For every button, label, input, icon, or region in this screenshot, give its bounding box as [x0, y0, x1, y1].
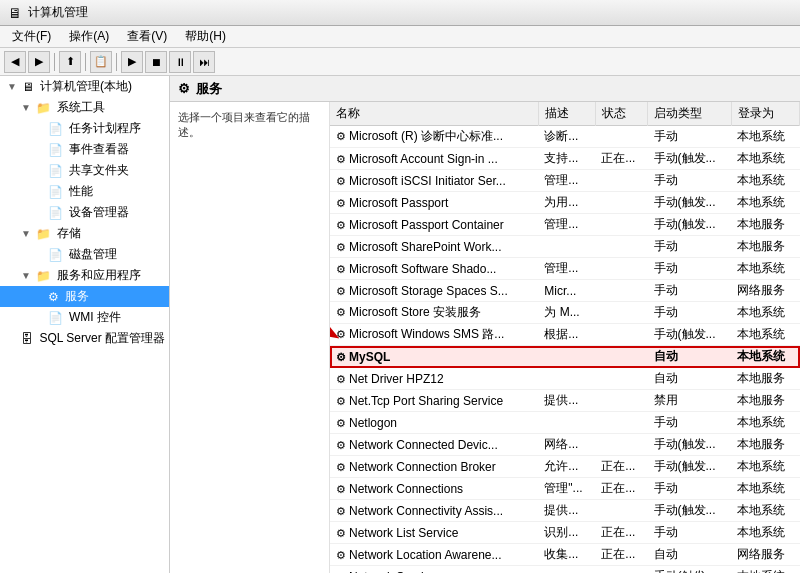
table-row[interactable]: ⚙Microsoft iSCSI Initiator Ser...管理...手动… — [330, 170, 800, 192]
table-row[interactable]: ⚙Network Connectivity Assis...提供...手动(触发… — [330, 500, 800, 522]
sidebar-label: 计算机管理(本地) — [40, 78, 132, 95]
table-row[interactable]: ⚙Microsoft Software Shado...管理...手动本地系统 — [330, 258, 800, 280]
sidebar-item-devmgr[interactable]: 📄设备管理器 — [0, 202, 169, 223]
sidebar-item-wmi[interactable]: 📄WMI 控件 — [0, 307, 169, 328]
column-header[interactable]: 描述 — [538, 102, 595, 126]
table-row[interactable]: ⚙Microsoft (R) 诊断中心标准...诊断...手动本地系统 — [330, 126, 800, 148]
service-startup: 手动 — [648, 126, 732, 148]
service-status — [595, 368, 647, 390]
table-row[interactable]: ⚙Microsoft Passport为用...手动(触发...本地系统 — [330, 192, 800, 214]
up-button[interactable]: ⬆ — [59, 51, 81, 73]
service-name: ⚙Microsoft SharePoint Work... — [330, 236, 538, 258]
sidebar-label: 共享文件夹 — [69, 162, 129, 179]
sidebar-item-services-app[interactable]: ▼📁服务和应用程序 — [0, 265, 169, 286]
sidebar-label: WMI 控件 — [69, 309, 121, 326]
service-login: 本地服务 — [731, 214, 799, 236]
table-row[interactable]: ⚙Net Driver HPZ12自动本地服务 — [330, 368, 800, 390]
table-row[interactable]: ⚙Microsoft Account Sign-in ...支持...正在...… — [330, 148, 800, 170]
item-icon: 📄 — [48, 143, 63, 157]
sidebar-item-storage[interactable]: ▼📁存储 — [0, 223, 169, 244]
column-header[interactable]: 启动类型 — [648, 102, 732, 126]
menu-item[interactable]: 查看(V) — [119, 26, 175, 47]
service-status: 正在... — [595, 478, 647, 500]
service-name: ⚙Network Connectivity Assis... — [330, 500, 538, 522]
toolbar: ◀ ▶ ⬆ 📋 ▶ ⏹ ⏸ ⏭ — [0, 48, 800, 76]
table-row[interactable]: ⚙Microsoft Storage Spaces S...Micr...手动网… — [330, 280, 800, 302]
service-login: 本地系统 — [731, 126, 799, 148]
item-icon: 📄 — [48, 164, 63, 178]
service-login: 网络服务 — [731, 280, 799, 302]
column-header[interactable]: 状态 — [595, 102, 647, 126]
gear-icon: ⚙ — [336, 263, 346, 275]
computer-icon: 🖥 — [22, 80, 34, 94]
table-row[interactable]: ⚙Microsoft SharePoint Work...手动本地服务 — [330, 236, 800, 258]
table-row[interactable]: ⚙Microsoft Store 安装服务为 M...手动本地系统 — [330, 302, 800, 324]
service-desc: 网络... — [538, 434, 595, 456]
gear-icon: ⚙ — [336, 505, 346, 517]
sidebar-item-root[interactable]: ▼🖥计算机管理(本地) — [0, 76, 169, 97]
table-row[interactable]: ⚙Net.Tcp Port Sharing Service提供...禁用本地服务 — [330, 390, 800, 412]
menu-item[interactable]: 操作(A) — [61, 26, 117, 47]
service-startup: 自动 — [648, 544, 732, 566]
table-row[interactable]: ⚙MySQL自动本地系统 — [330, 346, 800, 368]
table-row[interactable]: ⚙Network List Service识别...正在...手动本地系统 — [330, 522, 800, 544]
play-button[interactable]: ▶ — [121, 51, 143, 73]
table-row[interactable]: ⚙Microsoft Passport Container管理...手动(触发.… — [330, 214, 800, 236]
sidebar-item-event[interactable]: 📄事件查看器 — [0, 139, 169, 160]
service-name: ⚙Net Driver HPZ12 — [330, 368, 538, 390]
gear-icon: ⚙ — [336, 351, 346, 363]
sidebar-item-tools[interactable]: ▼📁系统工具 — [0, 97, 169, 118]
service-status — [595, 302, 647, 324]
table-row[interactable]: ⚙Netlogon手动本地系统 — [330, 412, 800, 434]
menu-item[interactable]: 文件(F) — [4, 26, 59, 47]
menu-item[interactable]: 帮助(H) — [177, 26, 234, 47]
table-row[interactable]: ⚙Network Service手动(触发...本地系统 — [330, 566, 800, 574]
gear-icon: ⚙ — [336, 241, 346, 253]
item-icon: 📄 — [48, 248, 63, 262]
service-desc: 诊断... — [538, 126, 595, 148]
service-name: ⚙Microsoft Software Shado... — [330, 258, 538, 280]
column-header[interactable]: 名称 — [330, 102, 538, 126]
services-panel[interactable]: 名称描述状态启动类型登录为 ⚙Microsoft (R) 诊断中心标准...诊断… — [330, 102, 800, 573]
title-text: 计算机管理 — [28, 4, 88, 21]
pause-button[interactable]: ⏸ — [169, 51, 191, 73]
service-login: 本地服务 — [731, 236, 799, 258]
service-startup: 手动(触发... — [648, 500, 732, 522]
sidebar-item-services[interactable]: ⚙服务 — [0, 286, 169, 307]
service-desc: 为 M... — [538, 302, 595, 324]
sidebar-item-task[interactable]: 📄任务计划程序 — [0, 118, 169, 139]
sidebar-item-perf[interactable]: 📄性能 — [0, 181, 169, 202]
service-desc — [538, 566, 595, 574]
sidebar-label: 系统工具 — [57, 99, 105, 116]
gear-icon: ⚙ — [336, 285, 346, 297]
sidebar-item-share[interactable]: 📄共享文件夹 — [0, 160, 169, 181]
gear-icon: ⚙ — [336, 417, 346, 429]
service-name: ⚙MySQL — [330, 346, 538, 368]
show-hide-button[interactable]: 📋 — [90, 51, 112, 73]
service-login: 本地系统 — [731, 522, 799, 544]
table-row[interactable]: ⚙Network Connection Broker允许...正在...手动(触… — [330, 456, 800, 478]
service-name: ⚙Network Location Awarene... — [330, 544, 538, 566]
table-row[interactable]: ⚙Microsoft Windows SMS 路...根据...手动(触发...… — [330, 324, 800, 346]
item-icon: 📄 — [48, 122, 63, 136]
sidebar-label: 服务 — [65, 288, 89, 305]
service-name: ⚙Microsoft (R) 诊断中心标准... — [330, 126, 538, 148]
folder-icon: 📁 — [36, 269, 51, 283]
services-icon: ⚙ — [48, 290, 59, 304]
sidebar-item-sqlserver[interactable]: 🗄SQL Server 配置管理器 — [0, 328, 169, 349]
service-startup: 手动 — [648, 522, 732, 544]
stop-button[interactable]: ⏹ — [145, 51, 167, 73]
table-row[interactable]: ⚙Network Connected Devic...网络...手动(触发...… — [330, 434, 800, 456]
gear-icon: ⚙ — [336, 130, 346, 142]
table-row[interactable]: ⚙Network Connections管理"...正在...手动本地系统 — [330, 478, 800, 500]
service-status — [595, 390, 647, 412]
service-desc: 提供... — [538, 500, 595, 522]
sidebar-label: SQL Server 配置管理器 — [39, 330, 165, 347]
restart-button[interactable]: ⏭ — [193, 51, 215, 73]
table-row[interactable]: ⚙Network Location Awarene...收集...正在...自动… — [330, 544, 800, 566]
back-button[interactable]: ◀ — [4, 51, 26, 73]
service-startup: 手动(触发... — [648, 192, 732, 214]
column-header[interactable]: 登录为 — [731, 102, 799, 126]
sidebar-item-diskmgr[interactable]: 📄磁盘管理 — [0, 244, 169, 265]
forward-button[interactable]: ▶ — [28, 51, 50, 73]
